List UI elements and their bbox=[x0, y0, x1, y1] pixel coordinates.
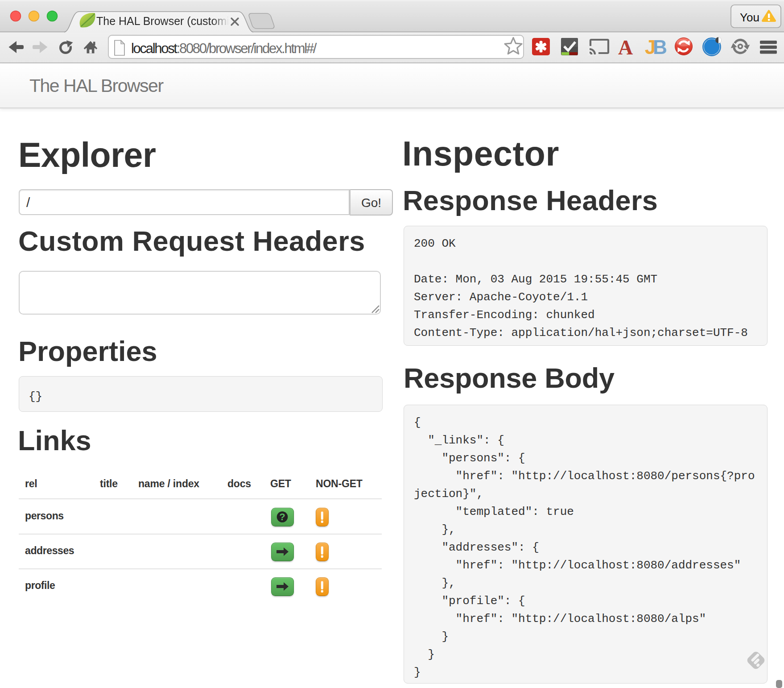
svg-text:A: A bbox=[618, 36, 633, 59]
svg-text:?: ? bbox=[279, 511, 285, 522]
svg-text:B: B bbox=[653, 36, 667, 58]
